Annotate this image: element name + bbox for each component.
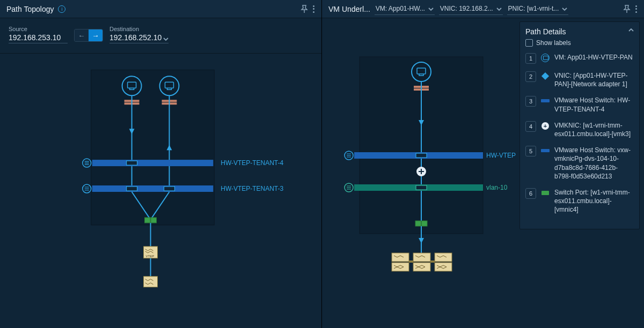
path-step-6[interactable]: 6 Switch Port: [w1-vrni-tmm-esx011.cmbu.… (525, 188, 634, 214)
physical-switch-1[interactable] (392, 253, 409, 271)
info-icon[interactable]: i (58, 5, 65, 13)
dest-value-text: 192.168.252.10 (109, 33, 162, 42)
svg-rect-44 (409, 260, 413, 263)
host-switch-icon (540, 96, 550, 106)
step-number: 6 (525, 188, 536, 199)
vnic-icon (540, 71, 550, 81)
vm-dropdown[interactable]: VM: App01-HW... (375, 3, 435, 15)
dest-field[interactable]: Destination 192.168.252.10 (109, 26, 169, 43)
step-text: VNIC: [App01-HW-VTEP-PAN]-[Network adapt… (554, 71, 634, 88)
kebab-menu[interactable] (635, 5, 638, 13)
svg-rect-14 (92, 185, 214, 192)
bar1-label[interactable]: HW-VTEP-TENANT-4 (221, 159, 283, 167)
switch-port-icon (540, 188, 550, 198)
step-text: VMKNIC: [w1-vrni-tmm-esx011.cmbu.local]-… (554, 121, 634, 138)
path-step-5[interactable]: 5 VMware Host Switch: vxw-vmknicPg-dvs-1… (525, 146, 634, 181)
svg-rect-30 (416, 153, 427, 158)
pin-icon[interactable] (623, 5, 631, 13)
kebab-menu[interactable] (313, 5, 315, 13)
chevron-down-icon (562, 6, 567, 11)
source-dest-row: Source 192.168.253.10 ← → Destination 19… (0, 18, 321, 54)
path-details-panel: Path Details Show labels 1 VM: App01-HW-… (519, 21, 640, 229)
show-labels-text: Show labels (536, 39, 571, 47)
pnic-dropdown-label: PNIC: [w1-vrni-t... (508, 5, 559, 12)
step-text: VMware Host Switch: vxw-vmknicPg-dvs-104… (554, 146, 634, 181)
path-details-title: Path Details (525, 27, 566, 36)
dest-label: Destination (109, 26, 169, 32)
left-topology-canvas[interactable]: HW-VTEP-TENANT-4 HW-VTEP-TENANT-3 VTEP (0, 54, 321, 328)
svg-rect-0 (91, 70, 215, 225)
path-step-1[interactable]: 1 VM: App01-HW-VTEP-PAN (525, 53, 634, 64)
path-topology-panel: Path Topology i Source 192.168.253.10 ← … (0, 0, 322, 328)
swap-left-button[interactable]: ← (75, 29, 89, 41)
vm-icon (540, 53, 550, 63)
chevron-up-icon (628, 29, 634, 34)
svg-rect-40 (413, 253, 430, 262)
step-number: 4 (525, 121, 536, 132)
path-step-4[interactable]: 4 + VMKNIC: [w1-vrni-tmm-esx011.cmbu.loc… (525, 121, 634, 138)
vm-dropdown-label: VM: App01-HW... (376, 5, 425, 12)
right-bar2-label[interactable]: vlan-10 (486, 184, 508, 191)
swap-right-button[interactable]: → (89, 29, 103, 41)
svg-rect-41 (413, 263, 430, 271)
checkbox-icon[interactable] (525, 39, 533, 47)
bar2-label[interactable]: HW-VTEP-TENANT-3 (221, 185, 283, 192)
svg-rect-17 (164, 187, 174, 191)
step-number: 3 (525, 96, 536, 107)
svg-marker-37 (419, 238, 424, 243)
path-step-2[interactable]: 2 VNIC: [App01-HW-VTEP-PAN]-[Network ada… (525, 71, 634, 88)
vtep-label: VTEP (146, 255, 155, 258)
source-label: Source (9, 26, 68, 32)
svg-rect-11 (92, 160, 214, 166)
step-text: VM: App01-HW-VTEP-PAN (554, 53, 634, 62)
svg-rect-19 (150, 218, 151, 223)
step-number: 1 (525, 53, 536, 64)
vmknic-icon: + (540, 121, 550, 131)
step-number: 2 (525, 71, 536, 82)
vnic-dropdown-label: VNIC: 192.168.2... (440, 5, 493, 12)
svg-rect-13 (127, 161, 137, 165)
host-switch-icon (540, 146, 550, 155)
vm-underlay-panel: VM Underl... VM: App01-HW... VNIC: 192.1… (322, 0, 644, 328)
svg-rect-34 (416, 185, 427, 190)
svg-rect-42 (435, 253, 452, 262)
step-number: 5 (525, 146, 536, 156)
chevron-down-icon (428, 6, 434, 11)
step-text: VMware Host Switch: HW-VTEP-TENANT-4 (554, 96, 634, 113)
svg-rect-21 (144, 277, 158, 287)
right-title: VM Underl... (328, 5, 370, 13)
vnic-dropdown[interactable]: VNIC: 192.168.2... (439, 3, 503, 15)
svg-rect-43 (435, 263, 452, 271)
physical-switch-2[interactable] (413, 253, 430, 271)
left-title: Path Topology (6, 5, 54, 13)
svg-rect-45 (430, 260, 435, 263)
svg-rect-39 (392, 263, 409, 271)
svg-rect-38 (392, 253, 409, 262)
pnic-dropdown[interactable]: PNIC: [w1-vrni-t... (507, 3, 569, 15)
chevron-down-icon (496, 6, 502, 11)
svg-rect-36 (421, 221, 422, 226)
right-bar1-label[interactable]: HW-VTEP (486, 152, 516, 159)
pin-icon[interactable] (300, 5, 309, 13)
right-topbar: VM Underl... VM: App01-HW... VNIC: 192.1… (322, 0, 644, 18)
source-field[interactable]: Source 192.168.253.10 (9, 26, 68, 43)
left-topbar: Path Topology i (0, 0, 321, 18)
dest-value[interactable]: 192.168.252.10 (109, 33, 169, 43)
path-details-header[interactable]: Path Details (525, 27, 634, 36)
swap-direction: ← → (74, 29, 103, 42)
step-text: Switch Port: [w1-vrni-tmm-esx011.cmbu.lo… (554, 188, 634, 214)
physical-switch-3[interactable] (435, 253, 452, 271)
path-step-3[interactable]: 3 VMware Host Switch: HW-VTEP-TENANT-4 (525, 96, 634, 113)
svg-rect-16 (127, 187, 137, 191)
show-labels-checkbox[interactable]: Show labels (525, 39, 634, 47)
source-value[interactable]: 192.168.253.10 (9, 33, 68, 43)
chevron-down-icon (163, 35, 169, 40)
